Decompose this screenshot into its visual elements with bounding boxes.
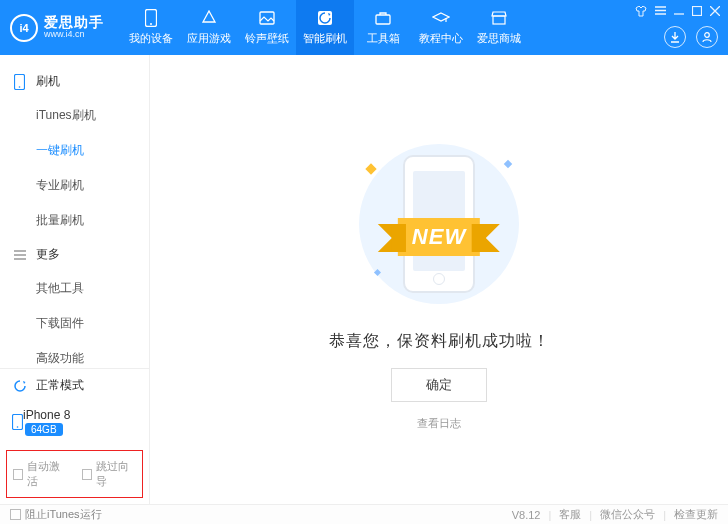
phone-outline-icon	[14, 74, 28, 90]
apps-icon	[201, 9, 217, 27]
flash-icon	[317, 9, 333, 27]
link-wechat[interactable]: 微信公众号	[600, 507, 655, 522]
success-illustration: NEW	[349, 139, 529, 309]
svg-rect-5	[493, 16, 505, 24]
status-bar: 阻止iTunes运行 V8.12 | 客服 | 微信公众号 | 检查更新	[0, 504, 728, 524]
sidebar-item-pro-flash[interactable]: 专业刷机	[0, 168, 149, 203]
download-icon[interactable]	[664, 26, 686, 48]
svg-point-9	[19, 86, 21, 88]
top-nav: 我的设备 应用游戏 铃声壁纸 智能刷机 工具箱 教程中心 爱思商城	[122, 0, 528, 55]
sidebar: 刷机 iTunes刷机 一键刷机 专业刷机 批量刷机 更多 其他工具 下载固件 …	[0, 55, 150, 504]
store-icon	[491, 9, 507, 27]
nav-tutorials[interactable]: 教程中心	[412, 0, 470, 55]
nav-apps[interactable]: 应用游戏	[180, 0, 238, 55]
options-highlight: 自动激活 跳过向导	[6, 450, 143, 498]
skin-icon[interactable]	[635, 6, 647, 17]
logo-icon: i4	[10, 14, 38, 42]
menu-icon[interactable]	[655, 6, 666, 17]
success-message: 恭喜您，保资料刷机成功啦！	[329, 331, 550, 352]
version-label: V8.12	[512, 509, 541, 521]
checkbox-block-itunes[interactable]: 阻止iTunes运行	[10, 507, 102, 522]
svg-point-7	[705, 33, 710, 38]
device-icon	[12, 414, 23, 430]
svg-point-11	[17, 426, 19, 428]
brand-url: www.i4.cn	[44, 30, 104, 40]
sidebar-section-more: 更多	[0, 238, 149, 271]
nav-store[interactable]: 爱思商城	[470, 0, 528, 55]
user-icon[interactable]	[696, 26, 718, 48]
sidebar-item-batch-flash[interactable]: 批量刷机	[0, 203, 149, 238]
nav-my-device[interactable]: 我的设备	[122, 0, 180, 55]
new-ribbon: NEW	[398, 218, 480, 256]
checkbox-auto-activate[interactable]: 自动激活	[13, 459, 68, 489]
minimize-icon[interactable]	[674, 6, 684, 17]
more-icon	[14, 250, 28, 260]
checkbox-skip-guide[interactable]: 跳过向导	[82, 459, 137, 489]
main-panel: NEW 恭喜您，保资料刷机成功啦！ 确定 查看日志	[150, 55, 728, 504]
svg-rect-2	[260, 12, 274, 24]
ok-button[interactable]: 确定	[391, 368, 487, 402]
wallpaper-icon	[259, 9, 275, 27]
sidebar-footer: 正常模式 iPhone 8 64GB 自动激活 跳过向导	[0, 368, 149, 504]
svg-rect-4	[376, 15, 390, 24]
sidebar-item-onekey-flash[interactable]: 一键刷机	[0, 133, 149, 168]
tutorial-icon	[432, 9, 450, 27]
brand-name: 爱思助手	[44, 15, 104, 30]
device-info[interactable]: iPhone 8 64GB	[0, 402, 149, 446]
nav-flash[interactable]: 智能刷机	[296, 0, 354, 55]
close-icon[interactable]	[710, 6, 720, 17]
nav-toolbox[interactable]: 工具箱	[354, 0, 412, 55]
svg-point-1	[150, 23, 152, 25]
view-log-link[interactable]: 查看日志	[417, 416, 461, 431]
maximize-icon[interactable]	[692, 6, 702, 17]
link-support[interactable]: 客服	[559, 507, 581, 522]
app-header: i4 爱思助手 www.i4.cn 我的设备 应用游戏 铃声壁纸 智能刷机 工具…	[0, 0, 728, 55]
window-controls	[635, 6, 720, 17]
device-mode[interactable]: 正常模式	[0, 369, 149, 402]
sidebar-item-itunes-flash[interactable]: iTunes刷机	[0, 98, 149, 133]
sidebar-item-advanced[interactable]: 高级功能	[0, 341, 149, 368]
refresh-icon	[12, 378, 28, 394]
sidebar-item-other-tools[interactable]: 其他工具	[0, 271, 149, 306]
header-actions	[664, 26, 718, 48]
storage-badge: 64GB	[25, 423, 63, 436]
link-update[interactable]: 检查更新	[674, 507, 718, 522]
sidebar-section-flash: 刷机	[0, 65, 149, 98]
brand-logo: i4 爱思助手 www.i4.cn	[10, 14, 104, 42]
svg-rect-6	[693, 7, 702, 16]
phone-icon	[145, 9, 157, 27]
device-name: iPhone 8	[23, 408, 70, 422]
sidebar-item-download-firmware[interactable]: 下载固件	[0, 306, 149, 341]
toolbox-icon	[375, 9, 391, 27]
nav-ringtones[interactable]: 铃声壁纸	[238, 0, 296, 55]
